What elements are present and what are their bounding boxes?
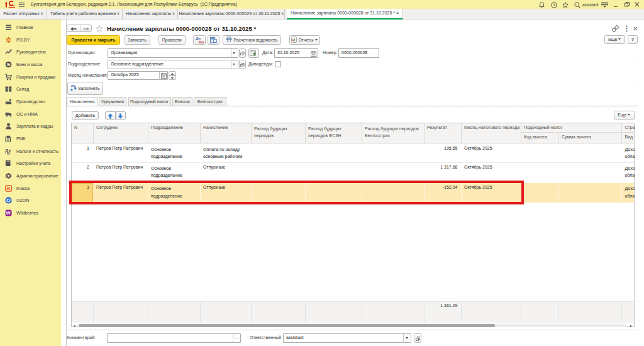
svg-text:Кт: Кт — [7, 151, 11, 155]
svg-text:W: W — [6, 210, 11, 216]
svg-text:Б: Б — [7, 62, 11, 67]
svg-text:К: К — [7, 186, 10, 191]
